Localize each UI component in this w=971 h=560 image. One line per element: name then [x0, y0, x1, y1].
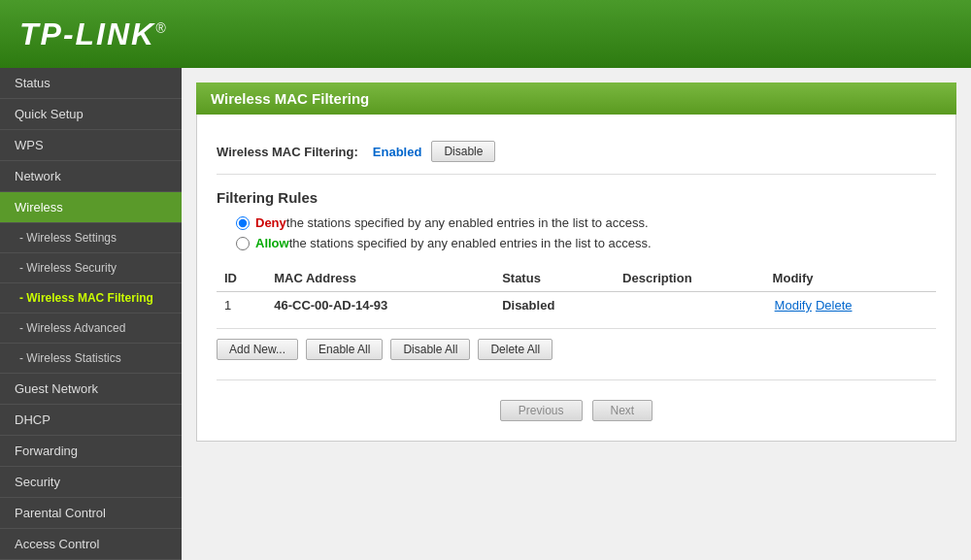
action-buttons: Add New... Enable All Disable All Delete… — [217, 328, 936, 370]
logo-text: TP-LINK® — [19, 16, 168, 51]
mac-table-header-row: ID MAC Address Status Description Modify — [217, 265, 936, 292]
allow-text: the stations specified by any enabled en… — [289, 236, 652, 250]
content-area: Wireless MAC Filtering Wireless MAC Filt… — [182, 68, 971, 560]
page-title: Wireless MAC Filtering — [211, 90, 369, 107]
disable-button[interactable]: Disable — [431, 141, 495, 162]
sidebar-item-forwarding[interactable]: Forwarding — [0, 436, 182, 467]
cell-id: 1 — [217, 292, 266, 319]
modify-link[interactable]: Modify — [773, 298, 814, 313]
cell-description — [615, 292, 765, 319]
sidebar-item-security[interactable]: Security — [0, 467, 182, 498]
next-button[interactable]: Next — [592, 400, 653, 421]
col-id: ID — [217, 265, 266, 292]
sidebar-item-network[interactable]: Network — [0, 161, 182, 192]
mac-filtering-value: Enabled — [373, 145, 422, 159]
sidebar-item-wireless-security[interactable]: - Wireless Security — [0, 253, 182, 283]
deny-radio-row: Deny the stations specified by any enabl… — [236, 215, 936, 230]
col-status: Status — [494, 265, 615, 292]
content-body: Wireless MAC Filtering: Enabled Disable … — [196, 115, 956, 442]
sidebar: StatusQuick SetupWPSNetworkWireless- Wir… — [0, 68, 182, 560]
cell-mac: 46-CC-00-AD-14-93 — [266, 292, 494, 319]
mac-filtering-status-row: Wireless MAC Filtering: Enabled Disable — [217, 129, 936, 175]
cell-modify: ModifyDelete — [765, 292, 936, 319]
mac-filtering-label: Wireless MAC Filtering: — [217, 145, 358, 159]
deny-text: the stations specified by any enabled en… — [286, 215, 649, 230]
sidebar-item-guest-network[interactable]: Guest Network — [0, 374, 182, 405]
sidebar-item-wireless-advanced[interactable]: - Wireless Advanced — [0, 313, 182, 344]
page-title-bar: Wireless MAC Filtering — [196, 82, 956, 115]
logo: TP-LINK® — [19, 16, 168, 52]
sidebar-item-parental-control[interactable]: Parental Control — [0, 498, 182, 529]
sidebar-item-wireless-settings[interactable]: - Wireless Settings — [0, 223, 182, 253]
deny-radio[interactable] — [236, 216, 250, 230]
sidebar-item-wireless-statistics[interactable]: - Wireless Statistics — [0, 344, 182, 374]
enable-all-button[interactable]: Enable All — [306, 339, 383, 360]
previous-button[interactable]: Previous — [500, 400, 583, 421]
deny-word: Deny — [255, 215, 286, 230]
allow-radio[interactable] — [236, 237, 250, 250]
mac-table-head: ID MAC Address Status Description Modify — [217, 265, 936, 292]
mac-table: ID MAC Address Status Description Modify… — [217, 265, 936, 318]
sidebar-item-wps[interactable]: WPS — [0, 130, 182, 161]
delete-link[interactable]: Delete — [814, 298, 854, 313]
filtering-rules-section: Filtering Rules Deny the stations specif… — [217, 189, 936, 250]
disable-all-button[interactable]: Disable All — [390, 339, 470, 360]
divider — [217, 379, 936, 380]
col-description: Description — [615, 265, 765, 292]
main-layout: StatusQuick SetupWPSNetworkWireless- Wir… — [0, 68, 971, 560]
sidebar-item-wireless[interactable]: Wireless — [0, 192, 182, 223]
pagination: Previous Next — [217, 385, 936, 426]
cell-status: Disabled — [494, 292, 615, 319]
col-mac: MAC Address — [266, 265, 494, 292]
filtering-rules-title: Filtering Rules — [217, 189, 936, 206]
allow-radio-row: Allow the stations specified by any enab… — [236, 236, 936, 250]
sidebar-item-dhcp[interactable]: DHCP — [0, 405, 182, 436]
add-new-button[interactable]: Add New... — [217, 339, 298, 360]
delete-all-button[interactable]: Delete All — [478, 339, 552, 360]
sidebar-item-quick-setup[interactable]: Quick Setup — [0, 99, 182, 130]
header: TP-LINK® — [0, 0, 971, 68]
sidebar-item-status[interactable]: Status — [0, 68, 182, 99]
mac-table-body: 146-CC-00-AD-14-93DisabledModifyDelete — [217, 292, 936, 319]
table-row: 146-CC-00-AD-14-93DisabledModifyDelete — [217, 292, 936, 319]
sidebar-item-wireless-mac-filtering[interactable]: - Wireless MAC Filtering — [0, 283, 182, 313]
sidebar-item-access-control[interactable]: Access Control — [0, 529, 182, 560]
col-modify: Modify — [765, 265, 936, 292]
allow-word: Allow — [255, 236, 289, 250]
